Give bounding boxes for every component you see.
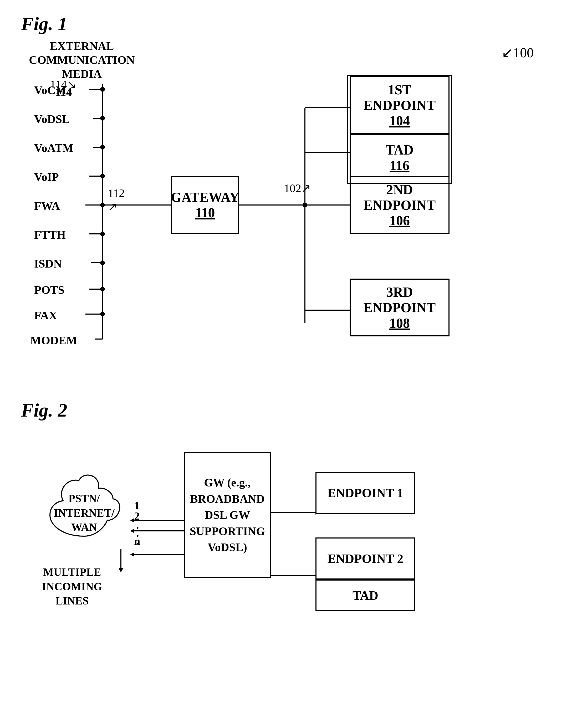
svg-point-6 xyxy=(100,145,105,150)
line-num-n: n xyxy=(134,535,140,547)
fig2-endpoint2-label: ENDPOINT 2 xyxy=(328,551,404,566)
gw-label: GW (e.g.,BROADBANDDSL GWSUPPORTINGVoDSL) xyxy=(190,475,265,555)
svg-marker-33 xyxy=(130,552,134,557)
pstn-label: PSTN/INTERNET/WAN xyxy=(54,491,115,535)
ref-102: 102↗ xyxy=(284,181,311,195)
svg-point-8 xyxy=(100,174,105,178)
pstn-cloud: PSTN/INTERNET/WAN xyxy=(42,473,126,547)
svg-marker-29 xyxy=(130,518,134,522)
media-ftth: FTTH xyxy=(34,228,66,241)
media-pots: POTS xyxy=(34,283,65,297)
endpoint3-label: 3RDENDPOINT xyxy=(363,284,436,315)
media-fwa: FWA xyxy=(34,199,60,213)
media-voip: VoIP xyxy=(34,170,59,184)
endpoint2-label: 2NDENDPOINT xyxy=(363,182,436,213)
gateway-label: GATEWAY xyxy=(171,189,239,205)
fig2-title: Fig. 2 xyxy=(21,399,67,421)
media-modem: MODEM xyxy=(30,334,77,347)
svg-point-18 xyxy=(100,312,105,316)
media-fax: FAX xyxy=(34,309,57,322)
endpoint3-box: 3RDENDPOINT 108 xyxy=(350,279,450,336)
fig2-tad-box: TAD xyxy=(315,579,415,611)
svg-point-4 xyxy=(100,116,105,121)
svg-point-10 xyxy=(100,203,105,207)
fig2-endpoint1-box: ENDPOINT 1 xyxy=(315,472,415,514)
media-voatm: VoATM xyxy=(34,141,73,155)
endpoint2-box: 2NDENDPOINT 106 xyxy=(350,176,450,234)
line-num-2: 2 xyxy=(134,510,140,522)
svg-point-14 xyxy=(100,260,105,265)
media-vocm: VoCM xyxy=(34,84,67,97)
fig1-title: Fig. 1 xyxy=(21,13,67,35)
gateway-box: GATEWAY 110 xyxy=(171,176,239,234)
svg-point-22 xyxy=(303,203,307,207)
endpoint2-ref: 106 xyxy=(389,213,410,228)
gateway-ref: 110 xyxy=(195,205,215,220)
ref-100: ↙100 xyxy=(502,45,534,60)
gw-box: GW (e.g.,BROADBANDDSL GWSUPPORTINGVoDSL) xyxy=(184,452,271,578)
fig2-endpoint2-box: ENDPOINT 2 xyxy=(315,538,415,579)
endpoint3-ref: 108 xyxy=(389,315,410,331)
svg-point-16 xyxy=(100,287,105,291)
fig2-endpoint1-label: ENDPOINT 1 xyxy=(328,486,404,500)
svg-point-12 xyxy=(100,232,105,236)
media-vodsl: VoDSL xyxy=(34,112,70,126)
external-communication-label: EXTERNALCOMMUNICATIONMEDIA xyxy=(29,40,135,81)
fig2-tad-label: TAD xyxy=(353,588,378,603)
media-isdn: ISDN xyxy=(34,257,62,270)
svg-marker-41 xyxy=(118,568,124,572)
multiple-lines-label: MULTIPLEINCOMINGLINES xyxy=(42,565,102,608)
ref-112: 112↗ xyxy=(108,187,125,214)
endpoint1-tad-bracket xyxy=(347,75,452,184)
svg-point-2 xyxy=(100,87,105,92)
svg-marker-31 xyxy=(130,529,134,533)
